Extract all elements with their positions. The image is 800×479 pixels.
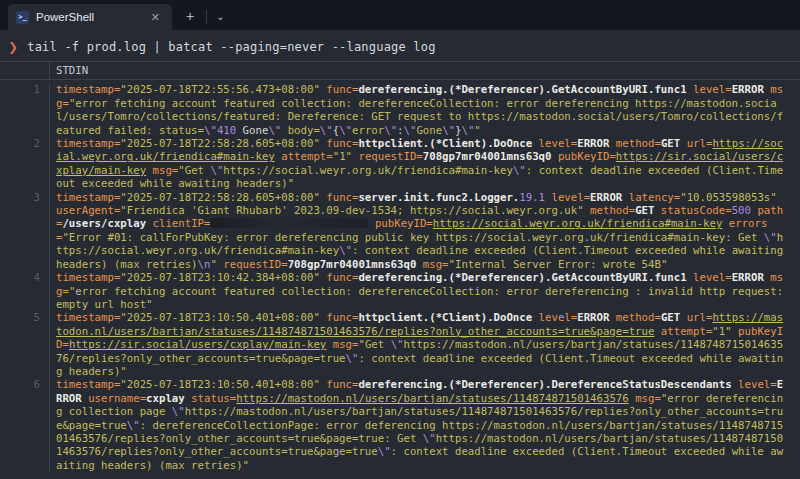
log-token: 410 [217,124,236,137]
log-token: level= [732,378,777,391]
log-token: method= [609,137,660,150]
log-token: status= [185,392,236,405]
log-token: requestID= [352,150,423,163]
command-line: ❯tail -f prod.log | batcat --paging=neve… [0,38,800,61]
log-token: latency= [622,191,680,204]
log-token: body= [281,124,320,137]
log-token: \" [268,124,281,137]
log-token: pubKeyID= [552,150,616,163]
log-entry: 2timestamp="2025-07-18T22:58:28.605+08:0… [0,137,800,191]
log-token: "2025-07-18T22:55:56.473+08:00" [120,83,319,96]
log-token: "1" [333,150,352,163]
tab-powershell[interactable]: >_ PowerShell ✕ [8,4,172,30]
log-token: pubKeyID= [368,217,432,230]
log-token: https://mastodon.nl/users/bartjan/status… [236,392,629,405]
log-token: func= [320,191,359,204]
terminal-viewport[interactable]: ❯tail -f prod.log | batcat --paging=neve… [0,30,800,472]
log-token: attempt= [654,325,712,338]
log-token: /users/cxplay [62,217,146,230]
log-token: "Friendica 'Giant Rhubarb' 2023.09-dev-1… [120,204,583,217]
log-token: attempt= [275,150,333,163]
prompt-icon: ❯ [8,40,18,54]
redacted-client-ip [210,218,368,228]
log-token: "2025-07-18T23:10:42.384+08:00" [120,271,319,284]
log-token: method= [584,204,635,217]
log-token: \" [404,124,417,137]
log-token: \" [384,124,397,137]
log-token: url= [680,137,712,150]
log-token: dereferencing.(*Dereferencer).GetAccount… [358,83,686,96]
log-token: \" [764,231,777,244]
tab-bar-divider [206,10,207,24]
log-token: func= [320,83,359,96]
new-tab-button[interactable]: + [186,9,194,23]
log-token: url= [680,311,712,324]
log-token: "2025-07-18T22:58:28.605+08:00" [120,137,319,150]
line-number: 5 [0,311,50,378]
log-token: \" [320,124,333,137]
log-token: msg= [146,164,178,177]
log-token: timestamp= [56,137,120,150]
log-token: Gone [416,124,442,137]
log-token: "error fetching account featured collect… [56,285,790,311]
log-token: level= [545,191,590,204]
log-token: "2025-07-18T23:10:50.401+08:00" [120,311,319,324]
log-token: \" [461,124,474,137]
tab-bar: >_ PowerShell ✕ + ⌄ [0,0,800,30]
log-token: "Internal Server Error: wrote 54B" [449,258,668,271]
log-entries: 1timestamp="2025-07-18T22:55:56.473+08:0… [0,80,800,472]
line-number: 6 [0,378,50,472]
log-token: ERROR [590,191,622,204]
log-token: level= [532,137,577,150]
command-text: tail -f prod.log | batcat --paging=never… [27,40,435,54]
log-token: level= [532,311,577,324]
log-token: \" [127,419,140,432]
terminal-window: >_ PowerShell ✕ + ⌄ ❯tail -f prod.log | … [0,0,800,472]
log-entry-text: timestamp="2025-07-18T22:58:28.605+08:00… [50,137,784,191]
log-token: clientIP= [146,217,210,230]
log-token: error [352,124,384,137]
log-token: method= [609,311,660,324]
powershell-icon: >_ [16,11,29,24]
log-token: \" [339,124,352,137]
log-token: func= [320,378,359,391]
log-token: timestamp= [56,191,120,204]
log-token: requestID= [217,258,288,271]
log-token: cxplay [146,392,185,405]
log-token: \" [513,164,526,177]
log-entry: 3timestamp="2025-07-18T22:58:28.605+08:0… [0,191,800,271]
log-token: \" [442,124,455,137]
log-token: Gone [236,124,268,137]
log-token: 708gp7mr04001mns63q0 [288,258,417,271]
log-token: https://sir.social/users/cxplay/main-key [69,338,326,351]
log-token: ERROR [577,137,609,150]
log-token: \" [172,405,185,418]
log-token: https://social.weyr.org.uk/friendica#mai… [223,164,513,177]
log-entry: 6timestamp="2025-07-18T23:10:50.401+08:0… [0,378,800,472]
log-token: ERROR [732,271,764,284]
log-token: statusCode= [654,204,731,217]
close-icon[interactable]: ✕ [147,9,164,26]
log-token: "Get [358,338,390,351]
log-token: dereferencing.(*Dereferencer).Dereferenc… [358,378,731,391]
log-entry-text: timestamp="2025-07-18T22:58:28.605+08:00… [50,191,784,271]
log-token: 19.1 [519,191,545,204]
log-entry: 5timestamp="2025-07-18T23:10:50.401+08:0… [0,311,800,378]
log-token: \n [198,258,211,271]
log-token: server.init.func2.Logger. [358,191,519,204]
log-token: timestamp= [56,378,120,391]
log-token: GET [661,311,680,324]
log-token: func= [320,271,359,284]
log-token: func= [320,311,359,324]
gutter-header [0,62,50,79]
log-token: "10.053598053s" [680,191,777,204]
log-token: timestamp= [56,83,120,96]
log-token: \" [346,352,359,365]
tab-title: PowerShell [36,11,140,23]
log-token: \" [204,124,217,137]
tab-dropdown-icon[interactable]: ⌄ [216,11,224,22]
log-token: \" [391,338,404,351]
log-token: 500 [732,204,751,217]
log-token: GET [635,204,654,217]
log-entry: 4timestamp="2025-07-18T23:10:42.384+08:0… [0,271,800,311]
